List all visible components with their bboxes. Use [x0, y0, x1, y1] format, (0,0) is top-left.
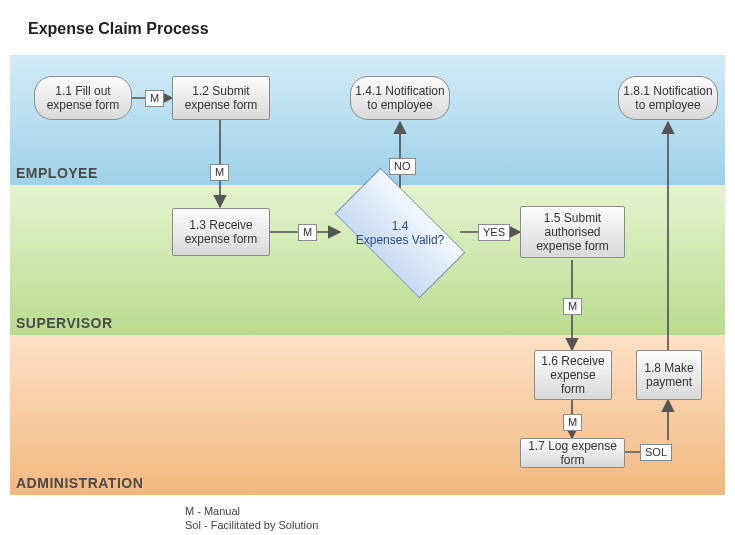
edge-label-sol: SOL: [640, 444, 672, 461]
step-1-6-receive-expense-form: 1.6 Receive expense form: [534, 350, 612, 400]
edge-label-m: M: [210, 164, 229, 181]
decision-1-4-expenses-valid: 1.4 Expenses Valid?: [340, 188, 460, 278]
edge-label-no: NO: [389, 158, 416, 175]
step-1-7-log-expense-form: 1.7 Log expense form: [520, 438, 625, 468]
step-1-1-fill-out-expense-form: 1.1 Fill out expense form: [34, 76, 132, 120]
decision-number: 1.4: [392, 219, 409, 233]
step-1-8-make-payment: 1.8 Make payment: [636, 350, 702, 400]
edge-label-m: M: [145, 90, 164, 107]
legend-line-solution: Sol - Facilitated by Solution: [185, 518, 318, 532]
legend-line-manual: M - Manual: [185, 504, 318, 518]
step-1-2-submit-expense-form: 1.2 Submit expense form: [172, 76, 270, 120]
edge-label-m: M: [298, 224, 317, 241]
edge-label-m: M: [563, 414, 582, 431]
decision-question: Expenses Valid?: [356, 233, 445, 247]
legend: M - Manual Sol - Facilitated by Solution: [185, 504, 318, 532]
edge-label-yes: YES: [478, 224, 510, 241]
step-1-8-1-notification-to-employee: 1.8.1 Notification to employee: [618, 76, 718, 120]
step-1-3-receive-expense-form: 1.3 Receive expense form: [172, 208, 270, 256]
step-1-4-1-notification-to-employee: 1.4.1 Notification to employee: [350, 76, 450, 120]
diagram-canvas: Expense Claim Process EMPLOYEE SUPERVISO…: [0, 0, 735, 535]
edge-label-m: M: [563, 298, 582, 315]
step-1-5-submit-authorised-expense-form: 1.5 Submit authorised expense form: [520, 206, 625, 258]
